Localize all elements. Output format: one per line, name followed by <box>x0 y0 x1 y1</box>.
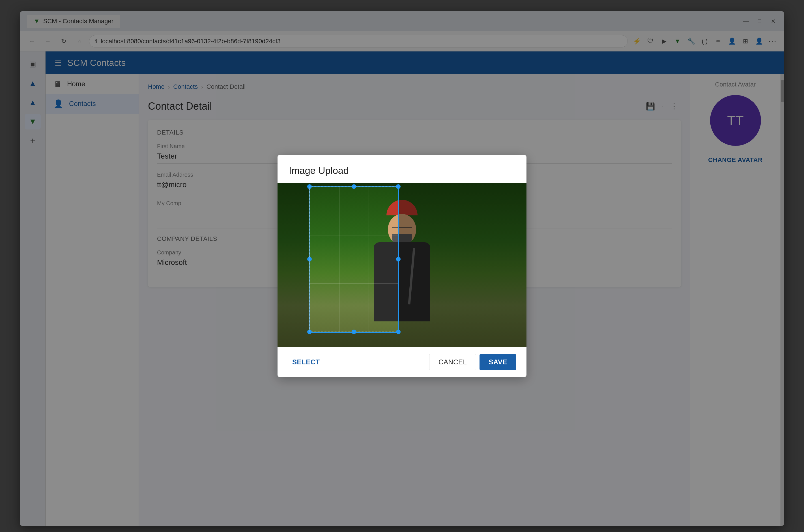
select-button[interactable]: SELECT <box>288 355 325 369</box>
modal-overlay[interactable]: Image Upload <box>0 0 804 532</box>
dialog-footer: SELECT CANCEL SAVE <box>277 347 527 377</box>
save-button[interactable]: SAVE <box>479 354 516 370</box>
cancel-button[interactable]: CANCEL <box>429 354 476 370</box>
crop-handle-tm[interactable] <box>352 184 356 189</box>
dialog-actions: CANCEL SAVE <box>429 354 516 370</box>
crop-box[interactable] <box>309 186 399 333</box>
crop-handle-tl[interactable] <box>307 184 312 189</box>
dialog-title: Image Upload <box>277 155 527 183</box>
crop-handle-bm[interactable] <box>352 329 356 334</box>
crop-handle-bl[interactable] <box>307 329 312 334</box>
crop-handle-ml[interactable] <box>307 257 312 262</box>
crop-handle-tr[interactable] <box>396 184 401 189</box>
photo-background <box>277 183 527 347</box>
crop-handle-br[interactable] <box>396 329 401 334</box>
dialog-image-area <box>277 183 527 347</box>
image-upload-dialog: Image Upload <box>277 155 527 377</box>
crop-handle-mr[interactable] <box>396 257 401 262</box>
